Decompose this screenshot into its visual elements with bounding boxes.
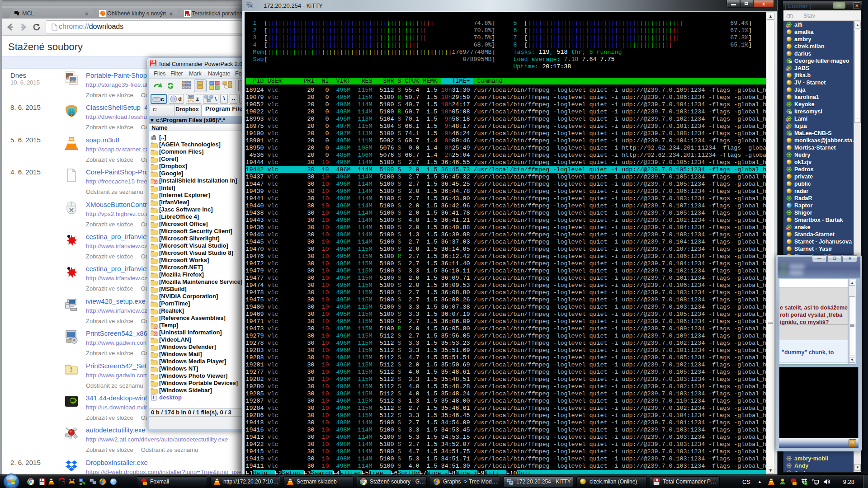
svg-text:!: ! — [155, 325, 156, 328]
svg-text:NET: NET — [187, 14, 191, 16]
svg-text:!: ! — [153, 395, 154, 400]
svg-text:!: ! — [155, 181, 156, 184]
svg-text:!: ! — [155, 333, 156, 336]
